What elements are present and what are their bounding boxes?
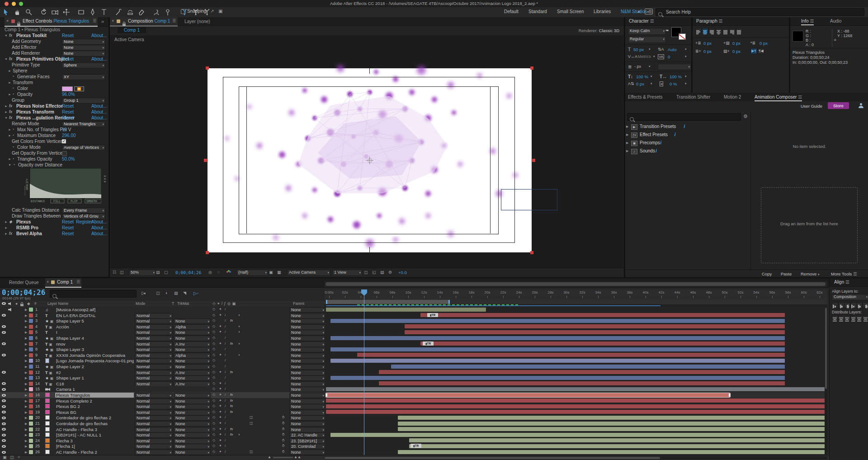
quality-slash[interactable]: / bbox=[225, 387, 226, 391]
layer-track-15[interactable] bbox=[325, 386, 827, 393]
motion-blur-switch[interactable]: ◐ bbox=[238, 324, 241, 328]
ec-row-25[interactable]: Calc Triangles DistanceEvery Frame▾ bbox=[5, 208, 107, 213]
distribute-button-1[interactable] bbox=[838, 315, 844, 321]
visibility-toggle[interactable] bbox=[2, 325, 6, 328]
info-badge[interactable]: i bbox=[684, 124, 685, 129]
handle-bottom-left[interactable] bbox=[206, 251, 209, 254]
quality-slash[interactable]: / bbox=[225, 393, 226, 397]
align-to-dropdown[interactable]: Composition▾ bbox=[832, 294, 868, 300]
parent-dropdown[interactable]: None▾ bbox=[289, 347, 326, 352]
layer-track-4[interactable] bbox=[325, 324, 827, 330]
workspace-default[interactable]: Default bbox=[504, 9, 519, 14]
layer-track-24[interactable] bbox=[325, 438, 827, 444]
quality-slash[interactable]: / bbox=[225, 358, 226, 362]
ec-row-1[interactable]: ▼fxPlexus ToolkitResetAbout... bbox=[5, 33, 107, 39]
expand-icon[interactable]: ▶ bbox=[25, 319, 27, 323]
expand-icon[interactable]: ▼ bbox=[5, 57, 8, 61]
label-color-chip[interactable] bbox=[29, 404, 33, 408]
visibility-toggle[interactable] bbox=[2, 314, 6, 317]
paragraph-align-button-2[interactable] bbox=[709, 28, 715, 34]
layer-row-23[interactable]: ▶23[SB2#1#1] - AC NULL 1Normal▾None▾◇✦/f… bbox=[0, 432, 325, 438]
composer-item-0[interactable]: ▶ ▶ Transition Presets i bbox=[625, 123, 750, 131]
property-checkbox[interactable]: ✓ bbox=[62, 139, 66, 143]
fx-badge[interactable]: fx bbox=[9, 33, 12, 38]
layer-name[interactable]: C18 bbox=[55, 381, 134, 386]
quality-slash[interactable]: / bbox=[225, 341, 226, 346]
layer-name[interactable]: Shape Layer 1 bbox=[55, 375, 134, 380]
layer-track-19[interactable] bbox=[325, 409, 827, 416]
expand-icon[interactable]: ▶ bbox=[626, 149, 628, 153]
visibility-toggle[interactable] bbox=[2, 445, 6, 448]
font-size-value[interactable]: 50 px bbox=[633, 47, 644, 52]
blend-mode-dropdown[interactable]: Normal▾ bbox=[135, 381, 173, 387]
label-color-chip[interactable] bbox=[29, 376, 33, 380]
trkmat-dropdown[interactable]: None▾ bbox=[174, 410, 211, 415]
blend-mode-dropdown[interactable]: Normal▾ bbox=[135, 398, 173, 404]
magnification-dropdown[interactable]: 50%▾ bbox=[129, 270, 156, 276]
quality-switch[interactable]: ◇ bbox=[212, 318, 215, 322]
layer-duration-bar[interactable] bbox=[391, 365, 785, 369]
visibility-toggle[interactable] bbox=[2, 411, 6, 413]
quality-slash[interactable]: / bbox=[225, 324, 226, 328]
layer-row-11[interactable]: ▶11★ ▣Shape Layer 2Normal▾None▾◇/None▾ bbox=[0, 364, 325, 370]
motion-blur-switch[interactable]: ◐ bbox=[238, 341, 241, 346]
quality-switch[interactable]: ◇ bbox=[212, 427, 215, 431]
space-after-value[interactable]: 0 px bbox=[732, 49, 741, 54]
quality-switch[interactable]: ◇ bbox=[212, 370, 215, 374]
stopwatch-icon[interactable]: ◔ bbox=[12, 133, 14, 138]
parent-dropdown[interactable]: None▾ bbox=[289, 427, 326, 432]
layer-row-21[interactable]: ▶21Controlador de giro flechasNormal▾Non… bbox=[0, 421, 325, 427]
trkmat-dropdown[interactable]: None▾ bbox=[174, 427, 211, 432]
trkmat-dropdown[interactable]: None▾ bbox=[174, 415, 211, 421]
playhead-line[interactable] bbox=[364, 289, 364, 455]
property-dropdown[interactable]: Sphere▾ bbox=[62, 62, 105, 68]
label-color-chip[interactable] bbox=[29, 422, 33, 426]
effects-switch[interactable]: ✦ bbox=[219, 330, 222, 334]
layer-duration-bar[interactable] bbox=[405, 330, 785, 334]
layer-name[interactable]: Controlador de giro flechas bbox=[55, 421, 134, 426]
expand-icon[interactable]: ► bbox=[5, 226, 8, 229]
snapping-checkbox[interactable] bbox=[181, 9, 186, 14]
label-color-chip[interactable] bbox=[29, 330, 33, 334]
ec-row-17[interactable]: ►◔Max No. of Triangles Per V15 bbox=[5, 127, 107, 133]
expand-icon[interactable]: ▼ bbox=[5, 34, 8, 37]
flowchart-icon[interactable]: ☷ bbox=[113, 270, 116, 275]
quality-switch[interactable]: ◇ bbox=[212, 375, 215, 379]
label-color-chip[interactable] bbox=[29, 444, 33, 448]
trkmat-dropdown[interactable]: None▾ bbox=[174, 375, 211, 381]
layer-duration-bar[interactable] bbox=[398, 427, 827, 431]
expand-icon[interactable]: ▶ bbox=[25, 451, 27, 454]
layer-duration-bar[interactable] bbox=[409, 438, 827, 442]
quality-switch[interactable]: ◇ bbox=[212, 330, 215, 334]
ec-row-29[interactable]: ►fxBevel AlphaResetAbout... bbox=[5, 231, 107, 237]
ec-row-23[interactable]: ▼◔Opacity over Distance bbox=[5, 162, 107, 168]
motion-blur-switch[interactable]: ◐ bbox=[238, 353, 241, 357]
parent-dropdown[interactable]: None▾ bbox=[289, 450, 326, 455]
quality-switch[interactable]: ◇ bbox=[212, 347, 215, 351]
label-color-chip[interactable] bbox=[29, 336, 33, 340]
blend-mode-dropdown[interactable]: Normal▾ bbox=[135, 347, 173, 352]
layer-duration-bar[interactable] bbox=[398, 422, 827, 426]
property-dropdown[interactable]: None▾ bbox=[62, 45, 105, 51]
parent-dropdown[interactable]: 22. AC Handle▾ bbox=[289, 432, 326, 438]
parent-pickwhip-icon[interactable]: ⥁ bbox=[282, 415, 284, 419]
layer-duration-bar[interactable] bbox=[330, 347, 785, 351]
visibility-toggle[interactable] bbox=[2, 428, 6, 431]
close-icon[interactable]: × bbox=[112, 19, 114, 23]
layer-duration-bar[interactable] bbox=[420, 341, 785, 346]
effects-switch[interactable]: ✦ bbox=[219, 444, 222, 448]
quality-slash[interactable]: / bbox=[225, 336, 226, 340]
parent-dropdown[interactable]: None▾ bbox=[289, 398, 326, 404]
expand-icon[interactable]: ▶ bbox=[25, 405, 27, 408]
composer-item-2[interactable]: ▶ ▣ Precomps i bbox=[625, 139, 750, 147]
panel-menu-icon[interactable]: ☰ bbox=[172, 19, 176, 23]
effects-switch[interactable]: ✦ bbox=[219, 415, 222, 419]
blend-mode-dropdown[interactable]: Normal▾ bbox=[135, 432, 173, 438]
trkmat-dropdown[interactable]: None▾ bbox=[174, 404, 211, 409]
zoom-tool[interactable] bbox=[24, 8, 33, 16]
timeline-zoom-slider[interactable] bbox=[273, 457, 293, 458]
expand-icon[interactable]: ▶ bbox=[25, 433, 27, 437]
layer-duration-bar[interactable] bbox=[326, 404, 827, 408]
effects-switch[interactable]: ✦ bbox=[219, 393, 222, 397]
stroke-color-swatch[interactable] bbox=[679, 33, 686, 40]
